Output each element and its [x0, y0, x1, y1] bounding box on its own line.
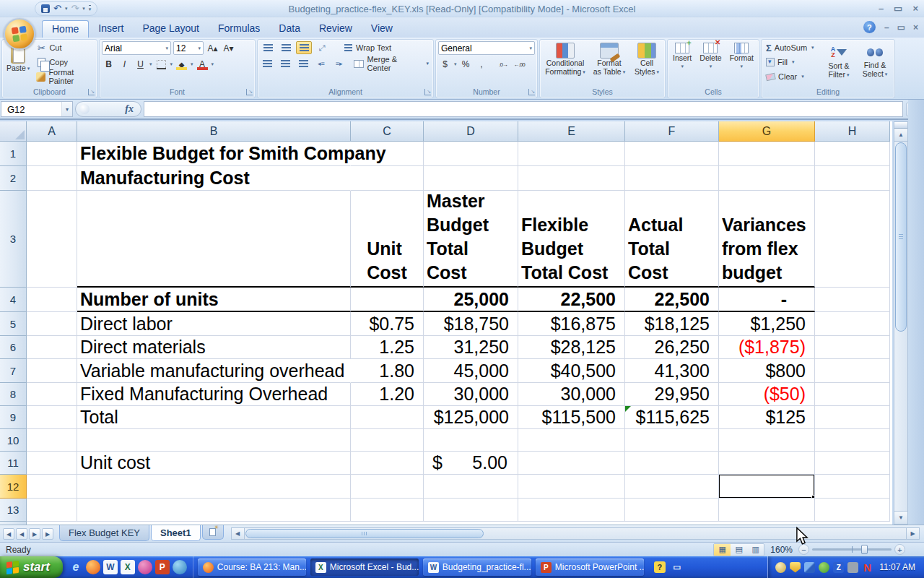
- cell-F6[interactable]: 26,250: [625, 336, 719, 359]
- quicklaunch-word-icon[interactable]: W: [103, 560, 118, 574]
- cell-A5[interactable]: [27, 312, 77, 336]
- cell-E2[interactable]: [518, 166, 625, 191]
- cell-E4[interactable]: 22,500: [518, 288, 625, 312]
- cell-H7[interactable]: [815, 359, 890, 383]
- cell-F11[interactable]: [625, 452, 719, 475]
- cell-A4[interactable]: [27, 288, 77, 312]
- clipboard-dialog-launcher[interactable]: ↘: [88, 89, 95, 95]
- increase-decimal-button[interactable]: .0→: [497, 58, 510, 71]
- decrease-decimal-button[interactable]: ←.00: [513, 58, 526, 71]
- bold-button[interactable]: B: [102, 58, 116, 71]
- percent-style-button[interactable]: %: [459, 58, 473, 71]
- quicklaunch-powerpoint-icon[interactable]: P: [155, 560, 170, 574]
- column-header-B[interactable]: B: [77, 121, 351, 142]
- underline-dropdown-icon[interactable]: ▾: [149, 61, 152, 67]
- row-header-8[interactable]: 8: [0, 383, 27, 406]
- cell-A12[interactable]: [27, 475, 77, 499]
- zoom-slider-thumb[interactable]: [861, 545, 868, 554]
- cell-F1[interactable]: [625, 142, 719, 166]
- last-sheet-button[interactable]: ▶: [42, 528, 53, 540]
- cell-H6[interactable]: [815, 336, 890, 359]
- alignment-dialog-launcher[interactable]: ↘: [424, 89, 431, 95]
- tray-program-icon[interactable]: [804, 562, 815, 573]
- cell-F4[interactable]: 22,500: [625, 288, 719, 312]
- tab-page-layout[interactable]: Page Layout: [133, 20, 209, 38]
- align-bottom-button[interactable]: [296, 41, 312, 54]
- cell-D12[interactable]: [424, 475, 518, 499]
- scroll-left-button[interactable]: ◀: [232, 528, 245, 539]
- cell-F2[interactable]: [625, 166, 719, 191]
- column-header-C[interactable]: C: [351, 121, 424, 142]
- cell-H8[interactable]: [815, 383, 890, 406]
- copy-button[interactable]: Copy: [34, 56, 95, 69]
- cell-D6[interactable]: 31,250: [424, 336, 518, 359]
- row-header-4[interactable]: 4: [0, 288, 27, 312]
- normal-view-button[interactable]: ▦: [714, 544, 731, 556]
- align-right-button[interactable]: [295, 57, 311, 70]
- cell-B7[interactable]: Variable manufacturing overhead: [77, 359, 351, 383]
- cell-A1[interactable]: [27, 142, 77, 166]
- row-header-1[interactable]: 1: [0, 142, 27, 166]
- cell-A9[interactable]: [27, 406, 77, 429]
- cell-D13[interactable]: [424, 499, 518, 522]
- row-header-10[interactable]: 10: [0, 429, 27, 452]
- cell-C2[interactable]: [351, 166, 424, 191]
- cell-E7[interactable]: $40,500: [518, 359, 625, 383]
- format-painter-button[interactable]: Format Painter: [34, 70, 95, 83]
- row-header-2[interactable]: 2: [0, 166, 27, 191]
- tab-view[interactable]: View: [362, 20, 402, 38]
- cell-C10[interactable]: [351, 429, 424, 452]
- cell-E8[interactable]: 30,000: [518, 383, 625, 406]
- fill-color-dropdown-icon[interactable]: ▾: [191, 61, 193, 67]
- align-top-button[interactable]: [260, 41, 276, 54]
- cell-D11[interactable]: $5.00: [424, 452, 518, 475]
- quicklaunch-messenger-icon[interactable]: [173, 560, 187, 574]
- page-layout-view-button[interactable]: ▤: [731, 544, 747, 556]
- tray-messenger-icon[interactable]: [775, 562, 786, 573]
- cell-C4[interactable]: [351, 288, 424, 312]
- shrink-font-button[interactable]: A▾: [222, 42, 235, 55]
- accounting-dropdown-icon[interactable]: ▾: [454, 61, 457, 67]
- font-dialog-launcher[interactable]: ↘: [246, 89, 253, 95]
- cell-F8[interactable]: 29,950: [625, 383, 719, 406]
- previous-sheet-button[interactable]: ◀: [16, 528, 27, 540]
- office-button[interactable]: [4, 18, 35, 50]
- zoom-in-button[interactable]: +: [894, 544, 905, 555]
- column-header-D[interactable]: D: [424, 121, 518, 142]
- cell-C7[interactable]: 1.80: [351, 359, 424, 383]
- cell-B9[interactable]: Total: [77, 406, 351, 429]
- find-select-button[interactable]: Find & Select: [858, 41, 892, 80]
- tray-shield-icon[interactable]: [790, 562, 801, 573]
- cell-D10[interactable]: [424, 429, 518, 452]
- cell-A3[interactable]: [27, 191, 77, 288]
- cell-E6[interactable]: $28,125: [518, 336, 625, 359]
- cell-B5[interactable]: Direct labor: [77, 312, 351, 336]
- cell-A6[interactable]: [27, 336, 77, 359]
- comma-style-button[interactable]: ,: [475, 58, 489, 71]
- cell-C13[interactable]: [351, 499, 424, 522]
- delete-cells-button[interactable]: Delete▾: [697, 41, 723, 72]
- cell-D7[interactable]: 45,000: [424, 359, 518, 383]
- taskbar-button-word[interactable]: W Budgeting_practice-fl...: [423, 558, 531, 576]
- cell-C3[interactable]: Unit Cost: [351, 191, 424, 288]
- tray-antivirus-icon[interactable]: [819, 562, 829, 573]
- quicklaunch-publisher-icon[interactable]: [138, 560, 152, 574]
- column-header-E[interactable]: E: [518, 121, 625, 142]
- column-header-H[interactable]: H: [815, 121, 890, 142]
- workbook-minimize-button[interactable]: –: [884, 22, 889, 33]
- cell-G9[interactable]: $125: [719, 406, 815, 429]
- cell-E13[interactable]: [518, 499, 625, 522]
- taskbar-button-excel[interactable]: X Microsoft Excel - Bud...: [310, 558, 419, 576]
- cell-E3[interactable]: Flexible Budget Total Cost: [518, 191, 625, 288]
- cell-G10[interactable]: [719, 429, 815, 452]
- row-header-7[interactable]: 7: [0, 359, 27, 383]
- vertical-scrollbar-thumb[interactable]: [895, 142, 907, 332]
- cell-H5[interactable]: [815, 312, 890, 336]
- cell-E10[interactable]: [518, 429, 625, 452]
- zoom-level[interactable]: 160%: [770, 545, 793, 555]
- autosum-button[interactable]: Σ AutoSum: [764, 41, 820, 54]
- insert-cells-button[interactable]: Insert▾: [671, 41, 694, 72]
- tab-insert[interactable]: Insert: [89, 20, 133, 38]
- workbook-close-button[interactable]: ×: [913, 22, 918, 33]
- cell-F9[interactable]: $115,625: [625, 406, 719, 429]
